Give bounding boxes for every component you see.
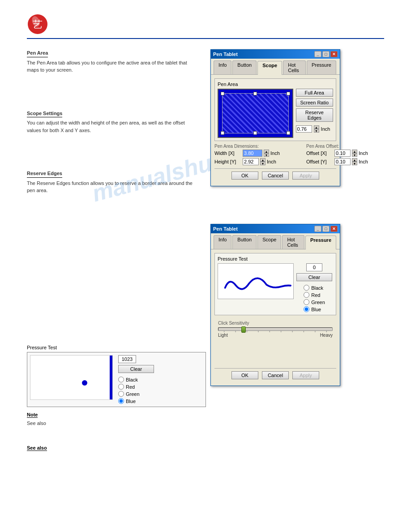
section-text-2: You can adjust the width and height of t… <box>27 119 197 134</box>
bottom-radio-black[interactable] <box>118 377 124 382</box>
offset-y-up[interactable]: ▲ <box>352 158 357 162</box>
offset-y-input[interactable] <box>334 158 351 165</box>
left-section-2: Scope Settings You can adjust the width … <box>27 110 197 134</box>
color-radio-black[interactable] <box>304 285 309 291</box>
bottom-radio-blue[interactable] <box>118 398 124 404</box>
bottom-radio-green[interactable] <box>118 391 124 397</box>
sensitivity-slider-track[interactable] <box>218 327 333 331</box>
scope-maximize-button[interactable]: □ <box>322 51 330 57</box>
bottom-color-options: Black Red Green Blue <box>118 377 154 404</box>
width-input[interactable] <box>243 150 262 157</box>
sensitivity-slider-thumb[interactable] <box>241 326 246 333</box>
color-radio-blue[interactable] <box>304 306 309 312</box>
bottom-title-1: Note <box>27 412 38 418</box>
screen-ratio-button[interactable]: Screen Ratio <box>296 99 333 107</box>
header-line <box>27 38 384 39</box>
offset-x-down[interactable]: ▼ <box>352 153 357 157</box>
offset-x-up[interactable]: ▲ <box>352 150 357 153</box>
pressure-minimize-button[interactable]: _ <box>314 226 321 232</box>
pressure-tab-hotcells[interactable]: Hot Cells <box>282 235 304 249</box>
bottom-clear-button[interactable]: Clear <box>118 365 154 373</box>
pen-area-group: Pen Area F <box>214 78 336 141</box>
reserve-edges-button[interactable]: Reserve Edges <box>296 108 333 122</box>
handle-bottom <box>253 131 257 135</box>
reserve-edges-up[interactable]: ▲ <box>314 125 319 129</box>
bottom-pressure-right: 1023 Clear Black Red Green Blue <box>118 355 154 404</box>
bottom-pressure-canvas[interactable] <box>30 355 113 400</box>
pen-area-label: Pen Area <box>218 82 333 87</box>
bottom-color-blue[interactable]: Blue <box>118 398 154 404</box>
section-text-1: The Pen Area tab allows you to configure… <box>27 59 197 74</box>
scope-dialog-title: Pen Tablet <box>213 51 238 57</box>
reserve-edges-unit: Inch <box>321 126 330 132</box>
pressure-ok-button[interactable]: OK <box>231 371 258 379</box>
color-label-blue: Blue <box>311 307 321 312</box>
bottom-radio-red[interactable] <box>118 384 124 390</box>
width-spinner[interactable]: ▲ ▼ <box>264 150 269 157</box>
width-up[interactable]: ▲ <box>264 150 269 153</box>
pressure-right: 0 Clear Black Red Green <box>296 263 332 312</box>
scope-apply-button[interactable]: Apply <box>292 172 319 180</box>
pressure-canvas-wrapper: 0 Clear Black Red Green <box>218 263 333 312</box>
click-sensitivity-group: Click Sensitivity Light <box>214 319 336 341</box>
width-down[interactable]: ▼ <box>264 153 269 157</box>
color-option-black[interactable]: Black <box>304 285 325 291</box>
scope-close-button[interactable]: ✕ <box>330 51 338 57</box>
pressure-maximize-button[interactable]: □ <box>322 226 330 232</box>
color-radio-green[interactable] <box>304 299 309 305</box>
offset-y-down[interactable]: ▼ <box>352 162 357 165</box>
left-section-3: Reserve Edges The Reserve Edges function… <box>27 170 197 194</box>
pressure-canvas[interactable] <box>218 263 294 299</box>
bottom-pressure-section: Pressure Test 1023 Clear Black Red <box>27 345 206 407</box>
click-sensitivity-label: Click Sensitivity <box>218 321 333 326</box>
scope-cancel-button[interactable]: Cancel <box>262 172 289 180</box>
pressure-tab-button[interactable]: Button <box>232 235 257 249</box>
pressure-clear-button[interactable]: Clear <box>296 273 332 281</box>
reserve-edges-down[interactable]: ▼ <box>314 129 319 133</box>
pen-area-canvas[interactable] <box>218 89 293 138</box>
pressure-cancel-button[interactable]: Cancel <box>262 371 289 379</box>
scope-dialog-titlebar: Pen Tablet _ □ ✕ <box>211 50 340 59</box>
color-option-blue[interactable]: Blue <box>304 306 325 312</box>
offset-y-spinner[interactable]: ▲ ▼ <box>352 158 357 165</box>
offset-x-spinner[interactable]: ▲ ▼ <box>352 150 357 157</box>
bottom-color-black[interactable]: Black <box>118 377 154 382</box>
bottom-color-red[interactable]: Red <box>118 384 154 390</box>
logo-icon: 艺 <box>27 13 48 35</box>
scope-tab-pressure[interactable]: Pressure <box>307 60 336 74</box>
scope-tab-hotcells[interactable]: Hot Cells <box>283 60 306 74</box>
reserve-edges-spinner[interactable]: ▲ ▼ <box>314 125 319 133</box>
slider-label-light: Light <box>218 333 228 338</box>
pressure-tab-pressure[interactable]: Pressure <box>305 236 336 249</box>
color-radio-red[interactable] <box>304 292 309 298</box>
width-label: Width [X] <box>214 150 241 156</box>
bottom-color-green[interactable]: Green <box>118 391 154 397</box>
bottom-section-2: See also <box>27 445 197 453</box>
height-up[interactable]: ▲ <box>260 158 265 162</box>
pressure-tab-info[interactable]: Info <box>214 235 231 249</box>
color-option-red[interactable]: Red <box>304 292 325 298</box>
corner-tr <box>287 92 290 95</box>
bottom-pressure-label: Pressure Test <box>27 345 206 350</box>
scope-minimize-button[interactable]: _ <box>314 51 321 57</box>
color-option-green[interactable]: Green <box>304 299 325 305</box>
scope-tab-info[interactable]: Info <box>214 60 231 74</box>
full-area-button[interactable]: Full Area <box>296 89 333 97</box>
pressure-close-button[interactable]: ✕ <box>330 226 338 232</box>
reserve-edges-input[interactable] <box>296 125 312 133</box>
scope-tab-scope[interactable]: Scope <box>257 61 282 75</box>
pressure-tab-scope[interactable]: Scope <box>257 235 281 249</box>
height-label: Height [Y] <box>214 159 241 164</box>
height-down[interactable]: ▼ <box>260 162 265 165</box>
scope-tab-button[interactable]: Button <box>232 60 257 74</box>
pressure-color-options: Black Red Green Blue <box>304 285 325 312</box>
height-spinner[interactable]: ▲ ▼ <box>260 158 265 165</box>
pressure-apply-button[interactable]: Apply <box>292 371 319 379</box>
offset-y-unit: Inch <box>359 159 385 164</box>
offset-x-input[interactable] <box>334 150 351 157</box>
scope-ok-button[interactable]: OK <box>231 172 258 180</box>
offset-x-label: Offset [X] <box>306 150 333 156</box>
reserve-edges-value-row: ▲ ▼ Inch <box>296 125 333 133</box>
bottom-label-black: Black <box>126 377 138 382</box>
height-input[interactable] <box>243 158 259 165</box>
